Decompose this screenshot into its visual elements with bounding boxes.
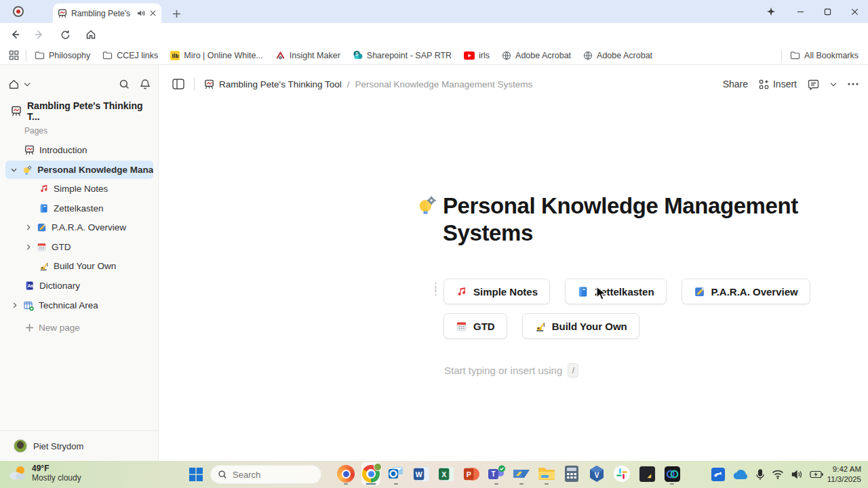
coda-search-icon[interactable] — [119, 79, 130, 90]
slash-keycap: / — [568, 363, 578, 378]
firefox-icon[interactable] — [336, 462, 355, 485]
folder-icon — [102, 51, 113, 60]
back-icon[interactable] — [5, 25, 24, 44]
coda-main: Rambling Pete's Thinking Tool / Personal… — [159, 65, 868, 461]
sidebar-item-introduction[interactable]: Introduction — [5, 141, 153, 159]
sap-logon-icon[interactable] — [512, 462, 531, 485]
comments-icon[interactable] — [808, 79, 819, 90]
breadcrumb-page[interactable]: Personal Knowledge Management Systems — [355, 79, 532, 89]
bookmark-item[interactable]: CCEJ links — [102, 51, 158, 60]
music-notes-icon — [39, 184, 49, 194]
new-tab-button[interactable] — [168, 5, 184, 22]
sidebar-item-simple-notes[interactable]: Simple Notes — [5, 180, 153, 198]
chevron-right-icon[interactable] — [12, 302, 18, 308]
outlook-icon[interactable] — [387, 462, 406, 485]
sidebar-item-build-your-own[interactable]: Build Your Own — [5, 257, 153, 275]
chrome-icon[interactable] — [361, 462, 380, 485]
search-input[interactable] — [233, 470, 307, 480]
zettelkasten-button[interactable]: Zettelkasten — [565, 279, 667, 304]
sharepoint-icon: S — [353, 50, 363, 60]
visio-icon[interactable]: V — [587, 462, 606, 485]
dark-notes-app-icon[interactable] — [637, 462, 656, 485]
teams-icon[interactable]: T — [487, 462, 506, 485]
sidebar-item-zettelkasten[interactable]: Zettelkasten — [5, 199, 153, 218]
window-minimize-button[interactable] — [787, 0, 814, 23]
reload-icon[interactable] — [56, 25, 75, 44]
browser-tab[interactable]: Rambling Pete's Thinking To — [53, 3, 161, 23]
table-plus-icon — [23, 300, 34, 311]
browser-toolbar: coda.io/d/Rambling-Petes-Thinking-Tool_d… — [0, 23, 868, 46]
excel-icon[interactable]: X — [437, 462, 456, 485]
calculator-icon[interactable] — [562, 462, 581, 485]
insert-button[interactable]: Insert — [759, 79, 797, 89]
collapse-sidebar-icon[interactable] — [172, 79, 184, 89]
notifications-bell-icon[interactable] — [140, 79, 151, 90]
apps-grid-icon[interactable] — [7, 49, 20, 62]
breadcrumb-doc[interactable]: Rambling Pete's Thinking Tool — [219, 79, 342, 89]
all-bookmarks-button[interactable]: All Bookmarks — [790, 51, 859, 60]
chevron-right-icon[interactable] — [25, 224, 32, 230]
taskbar-clock[interactable]: 9:42 AM 11/3/2025 — [827, 464, 861, 485]
bookmark-item[interactable]: irls — [464, 51, 490, 60]
tab-close-icon[interactable] — [149, 9, 157, 17]
chevron-down-icon[interactable] — [830, 82, 837, 87]
bookmark-item[interactable]: S Sharepoint - SAP RTR — [353, 50, 452, 60]
file-explorer-icon[interactable] — [537, 462, 556, 485]
wifi-icon[interactable] — [772, 470, 784, 479]
sidebar-item-gtd[interactable]: GTD — [5, 238, 153, 256]
new-page-button[interactable]: New page — [5, 319, 153, 337]
workspace-title[interactable]: Rambling Pete's Thinking T... — [11, 100, 158, 122]
sidebar-item-personal-knowledge-management[interactable]: Personal Knowledge Manage — [5, 161, 153, 179]
tab-audio-icon[interactable] — [136, 9, 145, 18]
onedrive-icon[interactable] — [732, 469, 749, 480]
powerpoint-icon[interactable]: P — [462, 462, 481, 485]
clock-date: 11/3/2025 — [827, 474, 861, 485]
share-button[interactable]: Share — [723, 79, 748, 89]
microphone-icon[interactable] — [756, 469, 764, 481]
start-button[interactable] — [189, 467, 203, 482]
workspace-chevron-icon[interactable] — [24, 82, 31, 87]
chevron-right-icon[interactable] — [25, 244, 32, 250]
chevron-down-icon[interactable] — [11, 168, 17, 172]
browser-sparkle-icon[interactable] — [755, 0, 787, 23]
sidebar-item-dictionary[interactable]: Aa Dictionary — [5, 277, 153, 295]
bookmarks-bar: Philosophy CCEJ links Miro | Online Whit… — [0, 46, 868, 65]
battery-charging-icon[interactable] — [810, 470, 823, 479]
window-close-button[interactable] — [841, 0, 868, 23]
bookmark-item[interactable]: Miro | Online White... — [170, 51, 262, 60]
slack-icon[interactable] — [612, 462, 631, 485]
user-account[interactable]: Piet Strydom — [0, 430, 159, 453]
zscaler-icon[interactable] — [711, 468, 725, 481]
speaker-icon[interactable] — [791, 470, 802, 479]
window-maximize-button[interactable] — [814, 0, 841, 23]
svg-text:P: P — [466, 470, 471, 478]
bookmark-item[interactable]: Philosophy — [35, 51, 90, 60]
drag-handle-icon[interactable]: ⋮⋮ — [431, 284, 441, 293]
svg-text:S: S — [355, 52, 359, 56]
taskbar: 49°F Mostly cloudy — [0, 461, 868, 488]
sidebar-item-para-overview[interactable]: P.A.R.A. Overview — [5, 218, 153, 237]
taskbar-search[interactable] — [210, 465, 321, 484]
bookmark-item[interactable]: Adobe Acrobat — [502, 51, 571, 60]
sidebar-item-technical-area[interactable]: Technical Area — [5, 296, 153, 314]
build-your-own-button[interactable]: Build Your Own — [522, 313, 639, 339]
page-options-icon[interactable] — [848, 83, 859, 85]
home-icon[interactable] — [81, 25, 100, 44]
weather-temp: 49°F — [32, 464, 81, 473]
bookmark-item[interactable]: Insight Maker — [275, 51, 340, 60]
music-notes-icon — [456, 286, 467, 298]
svg-text:X: X — [441, 470, 446, 478]
coda-home-icon[interactable] — [8, 79, 20, 90]
simple-notes-button[interactable]: Simple Notes — [443, 279, 550, 304]
word-icon[interactable]: W — [412, 462, 431, 485]
page-title[interactable]: Personal Knowledge Management Systems — [443, 192, 814, 247]
forward-icon[interactable] — [30, 25, 49, 44]
bookmark-item[interactable]: Adobe Acrobat — [583, 51, 652, 60]
para-overview-button[interactable]: P.A.R.A. Overview — [682, 279, 810, 304]
webex-icon[interactable] — [663, 462, 682, 485]
weather-widget[interactable]: 49°F Mostly cloudy — [7, 464, 81, 483]
gtd-button[interactable]: GTD — [443, 313, 507, 339]
editor-placeholder-line[interactable]: Start typing or insert using / — [444, 363, 578, 378]
svg-text:W: W — [415, 470, 422, 478]
tab-title: Rambling Pete's Thinking To — [71, 9, 132, 18]
